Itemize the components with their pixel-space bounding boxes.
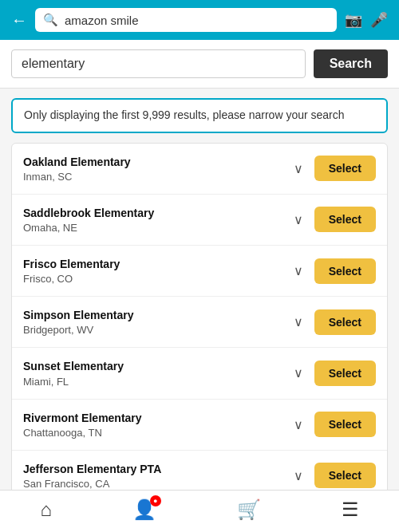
- camera-icon[interactable]: 📷: [345, 11, 362, 29]
- select-button-3[interactable]: Select: [314, 309, 376, 335]
- list-item: Oakland Elementary Inman, SC ∨ Select: [12, 144, 387, 195]
- top-bar: ← 🔍 amazon smile 📷 🎤: [0, 0, 399, 40]
- list-item: Frisco Elementary Frisco, CO ∨ Select: [12, 246, 387, 297]
- school-location-2: Frisco, CO: [23, 273, 287, 285]
- menu-icon: ☰: [342, 499, 359, 521]
- school-name-5: Rivermont Elementary: [23, 411, 287, 425]
- school-name-3: Simpson Elementary: [23, 308, 287, 322]
- notice-box: Only displaying the first 9,999 results,…: [11, 98, 388, 133]
- home-icon: ⌂: [40, 499, 52, 521]
- chevron-icon-3[interactable]: ∨: [287, 311, 310, 333]
- bottom-nav: ⌂ 👤 ● 🛒 ☰: [0, 490, 399, 532]
- search-button[interactable]: Search: [314, 49, 388, 78]
- chevron-icon-2[interactable]: ∨: [287, 260, 310, 282]
- back-button[interactable]: ←: [11, 11, 27, 30]
- nav-home[interactable]: ⌂: [40, 499, 52, 521]
- school-location-5: Chattanooga, TN: [23, 427, 287, 439]
- cart-icon: 🛒: [237, 499, 261, 521]
- top-search-box: 🔍 amazon smile: [35, 8, 337, 32]
- select-button-6[interactable]: Select: [314, 463, 376, 488]
- school-info-1: Saddlebrook Elementary Omaha, NE: [23, 206, 287, 234]
- school-info-6: Jefferson Elementary PTA San Francisco, …: [23, 462, 287, 490]
- chevron-icon-1[interactable]: ∨: [287, 208, 310, 231]
- nav-menu[interactable]: ☰: [342, 499, 359, 521]
- school-location-6: San Francisco, CA: [23, 478, 287, 490]
- profile-badge: ●: [150, 495, 161, 506]
- school-name-2: Frisco Elementary: [23, 257, 287, 271]
- list-item: Sunset Elementary Miami, FL ∨ Select: [12, 348, 387, 399]
- nav-profile[interactable]: 👤 ●: [132, 499, 156, 521]
- school-info-4: Sunset Elementary Miami, FL: [23, 359, 287, 387]
- chevron-icon-0[interactable]: ∨: [287, 157, 310, 179]
- mic-icon[interactable]: 🎤: [370, 11, 388, 29]
- secondary-search-input[interactable]: [11, 49, 306, 78]
- schools-list: Oakland Elementary Inman, SC ∨ Select Sa…: [11, 143, 388, 502]
- nav-cart[interactable]: 🛒: [237, 499, 261, 521]
- school-info-5: Rivermont Elementary Chattanooga, TN: [23, 411, 287, 439]
- select-button-4[interactable]: Select: [314, 361, 376, 386]
- top-search-query: amazon smile: [65, 14, 329, 27]
- select-button-5[interactable]: Select: [314, 412, 376, 437]
- school-info-3: Simpson Elementary Bridgeport, WV: [23, 308, 287, 336]
- select-button-2[interactable]: Select: [314, 258, 376, 284]
- school-name-4: Sunset Elementary: [23, 359, 287, 373]
- school-location-4: Miami, FL: [23, 376, 287, 388]
- top-search-actions: 📷 🎤: [345, 11, 388, 29]
- select-button-0[interactable]: Select: [314, 156, 376, 181]
- notice-text: Only displaying the first 9,999 results,…: [24, 108, 345, 121]
- select-button-1[interactable]: Select: [314, 207, 376, 232]
- chevron-icon-5[interactable]: ∨: [287, 413, 310, 435]
- chevron-icon-6[interactable]: ∨: [287, 464, 310, 487]
- secondary-search-bar: Search: [0, 40, 399, 89]
- list-item: Rivermont Elementary Chattanooga, TN ∨ S…: [12, 400, 387, 451]
- list-item: Saddlebrook Elementary Omaha, NE ∨ Selec…: [12, 195, 387, 246]
- school-name-0: Oakland Elementary: [23, 155, 287, 169]
- school-location-3: Bridgeport, WV: [23, 324, 287, 336]
- school-location-1: Omaha, NE: [23, 222, 287, 234]
- school-location-0: Inman, SC: [23, 171, 287, 183]
- list-item: Simpson Elementary Bridgeport, WV ∨ Sele…: [12, 297, 387, 348]
- school-name-1: Saddlebrook Elementary: [23, 206, 287, 220]
- school-name-6: Jefferson Elementary PTA: [23, 462, 287, 476]
- school-info-2: Frisco Elementary Frisco, CO: [23, 257, 287, 285]
- search-icon-top: 🔍: [43, 13, 58, 27]
- school-info-0: Oakland Elementary Inman, SC: [23, 155, 287, 183]
- chevron-icon-4[interactable]: ∨: [287, 362, 310, 384]
